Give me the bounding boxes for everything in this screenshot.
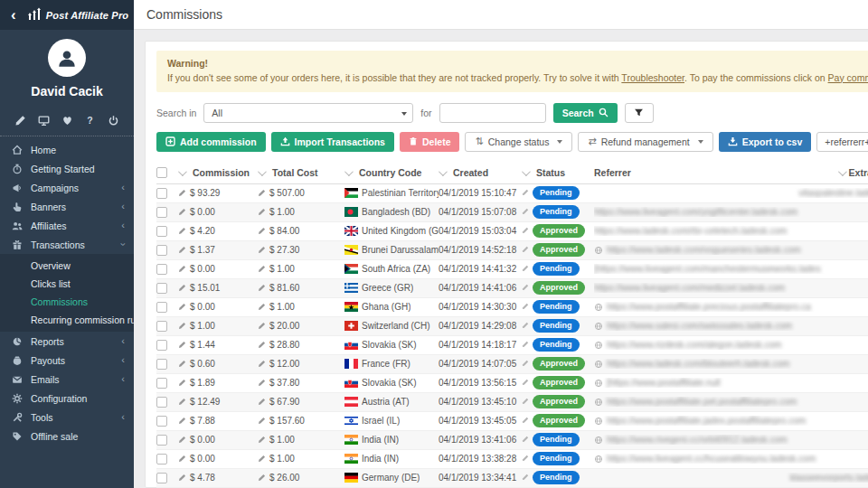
edit-total-cost-icon[interactable] bbox=[258, 455, 266, 463]
row-checkbox[interactable] bbox=[156, 397, 167, 408]
sidebar-subitem-overview[interactable]: Overview bbox=[0, 257, 134, 275]
referrer-url[interactable]: https://www.postaffiliate.pet.postaffili… bbox=[607, 397, 797, 407]
search-button[interactable]: Search bbox=[553, 103, 618, 123]
delete-button[interactable]: Delete bbox=[400, 132, 460, 152]
sidebar-item-home[interactable]: Home bbox=[0, 140, 134, 159]
status-badge[interactable]: Pending bbox=[533, 338, 580, 352]
edit-total-cost-icon[interactable] bbox=[258, 398, 266, 406]
referrer-url[interactable]: https://www.rivegeni.cc/orbit0912.ladesk… bbox=[607, 435, 788, 445]
import-transactions-button[interactable]: Import Transactions bbox=[271, 132, 394, 152]
referrer-url[interactable]: https://www.salesi.com/swisssales.ladesk… bbox=[607, 321, 792, 331]
sidebar-subitem-clicks-list[interactable]: Clicks list bbox=[0, 275, 134, 293]
search-field-select[interactable]: All bbox=[203, 103, 413, 123]
edit-commission-icon[interactable] bbox=[178, 208, 186, 216]
row-checkbox[interactable] bbox=[156, 359, 167, 370]
status-badge[interactable]: Pending bbox=[533, 186, 580, 200]
sort-icon[interactable] bbox=[344, 167, 354, 176]
column-header-label[interactable]: Referrer bbox=[594, 167, 631, 178]
status-badge[interactable]: Approved bbox=[533, 376, 585, 389]
edit-commission-icon[interactable] bbox=[178, 455, 186, 463]
sidebar-item-affiliates[interactable]: Affiliates ‹ bbox=[0, 216, 134, 235]
status-badge[interactable]: Pending bbox=[533, 471, 580, 484]
edit-commission-icon[interactable] bbox=[178, 398, 186, 406]
edit-total-cost-icon[interactable] bbox=[258, 341, 266, 349]
edit-total-cost-icon[interactable] bbox=[258, 284, 266, 292]
sidebar-item-reports[interactable]: Reports ‹ bbox=[0, 332, 134, 351]
referrer-url[interactable]: https://www.postaffiliate.jadex.postaffi… bbox=[607, 416, 806, 426]
edit-total-cost-icon[interactable] bbox=[258, 227, 266, 235]
status-badge[interactable]: Pending bbox=[533, 262, 580, 276]
pencil-icon[interactable] bbox=[14, 115, 26, 127]
sidebar-subitem-commissions[interactable]: Commissions bbox=[0, 293, 134, 311]
edit-status-icon[interactable] bbox=[522, 265, 529, 272]
edit-total-cost-icon[interactable] bbox=[258, 436, 266, 444]
sort-icon[interactable] bbox=[439, 167, 448, 176]
referrer-url[interactable]: https://www.ladesk.com/vogueseries.lades… bbox=[607, 245, 801, 255]
edit-commission-icon[interactable] bbox=[178, 284, 186, 292]
select-all-checkbox[interactable] bbox=[156, 167, 167, 178]
status-badge[interactable]: Approved bbox=[533, 414, 585, 427]
edit-status-icon[interactable] bbox=[522, 436, 529, 443]
edit-total-cost-icon[interactable] bbox=[258, 379, 266, 387]
edit-status-icon[interactable] bbox=[522, 246, 529, 253]
edit-total-cost-icon[interactable] bbox=[258, 265, 266, 273]
edit-status-icon[interactable] bbox=[522, 341, 529, 348]
edit-status-icon[interactable] bbox=[522, 284, 529, 291]
edit-total-cost-icon[interactable] bbox=[258, 474, 266, 482]
edit-commission-icon[interactable] bbox=[178, 246, 186, 254]
referrer-url[interactable]: klasseevorports.ladesk.com bbox=[790, 473, 868, 483]
referrer-url[interactable]: https://www.rizdesk.com/alegon.ladesk.co… bbox=[607, 340, 781, 350]
referrer-url[interactable]: https://www.ladesk.com/rbr-celetech.lade… bbox=[594, 226, 787, 236]
edit-status-icon[interactable] bbox=[522, 360, 529, 367]
edit-status-icon[interactable] bbox=[522, 379, 529, 386]
row-checkbox[interactable] bbox=[156, 226, 167, 237]
row-checkbox[interactable] bbox=[156, 435, 167, 446]
edit-total-cost-icon[interactable] bbox=[258, 303, 266, 311]
edit-total-cost-icon[interactable] bbox=[258, 360, 266, 368]
edit-commission-icon[interactable] bbox=[178, 417, 186, 425]
row-checkbox[interactable] bbox=[156, 302, 167, 313]
edit-status-icon[interactable] bbox=[522, 398, 529, 405]
row-checkbox[interactable] bbox=[156, 188, 167, 199]
referrer-url[interactable]: https://www.ladesk.com/blouteerh.ladesk.… bbox=[607, 359, 789, 369]
referrer-url[interactable]: [https://www.liveagent.com/manchestermus… bbox=[594, 264, 821, 274]
row-checkbox[interactable] bbox=[156, 245, 167, 256]
edit-commission-icon[interactable] bbox=[178, 303, 186, 311]
edit-total-cost-icon[interactable] bbox=[258, 417, 266, 425]
edit-commission-icon[interactable] bbox=[178, 360, 186, 368]
add-commission-button[interactable]: Add commission bbox=[156, 132, 266, 152]
referrer-url[interactable]: vitaspalestine.ladesk.com bbox=[798, 188, 868, 198]
edit-total-cost-icon[interactable] bbox=[258, 322, 266, 330]
row-checkbox[interactable] bbox=[156, 416, 167, 427]
sidebar-subitem-recurring-commission-rules[interactable]: Recurring commission rules bbox=[0, 311, 134, 329]
edit-status-icon[interactable] bbox=[522, 208, 529, 215]
status-badge[interactable]: Pending bbox=[533, 300, 580, 314]
row-checkbox[interactable] bbox=[156, 321, 167, 332]
sidebar-item-tools[interactable]: Tools ‹ bbox=[0, 408, 134, 427]
row-checkbox[interactable] bbox=[156, 454, 167, 465]
troubleshooter-link[interactable]: Troubleshooter bbox=[621, 72, 684, 83]
search-input[interactable] bbox=[439, 103, 546, 123]
row-checkbox[interactable] bbox=[156, 264, 167, 275]
filter-button[interactable] bbox=[625, 103, 654, 123]
pay-commissions-link[interactable]: Pay commissions bbox=[828, 72, 868, 83]
column-header-label[interactable]: Country Code bbox=[359, 167, 421, 178]
referrer-url[interactable]: https://www.postaffiliate.precious.posta… bbox=[607, 302, 811, 312]
change-status-dropdown[interactable]: ⇅ Change status bbox=[465, 132, 572, 152]
sort-icon[interactable] bbox=[838, 167, 847, 176]
status-badge[interactable]: Pending bbox=[533, 433, 580, 446]
column-header-label[interactable]: Commission bbox=[193, 167, 250, 178]
edit-total-cost-icon[interactable] bbox=[258, 208, 266, 216]
edit-commission-icon[interactable] bbox=[178, 227, 186, 235]
row-checkbox[interactable] bbox=[156, 283, 167, 294]
export-csv-button[interactable]: Export to csv bbox=[719, 132, 812, 152]
edit-status-icon[interactable] bbox=[522, 303, 529, 310]
status-badge[interactable]: Approved bbox=[533, 243, 585, 257]
edit-commission-icon[interactable] bbox=[178, 341, 186, 349]
sidebar-item-payouts[interactable]: Payouts ‹ bbox=[0, 351, 134, 370]
edit-status-icon[interactable] bbox=[522, 455, 529, 462]
edit-status-icon[interactable] bbox=[522, 227, 529, 234]
referrer-url[interactable]: https://www.liveagent.com/medizzel.lades… bbox=[594, 283, 785, 293]
referrer-url[interactable]: [https://www.postaffiliate.null bbox=[607, 378, 720, 388]
edit-commission-icon[interactable] bbox=[178, 379, 186, 387]
